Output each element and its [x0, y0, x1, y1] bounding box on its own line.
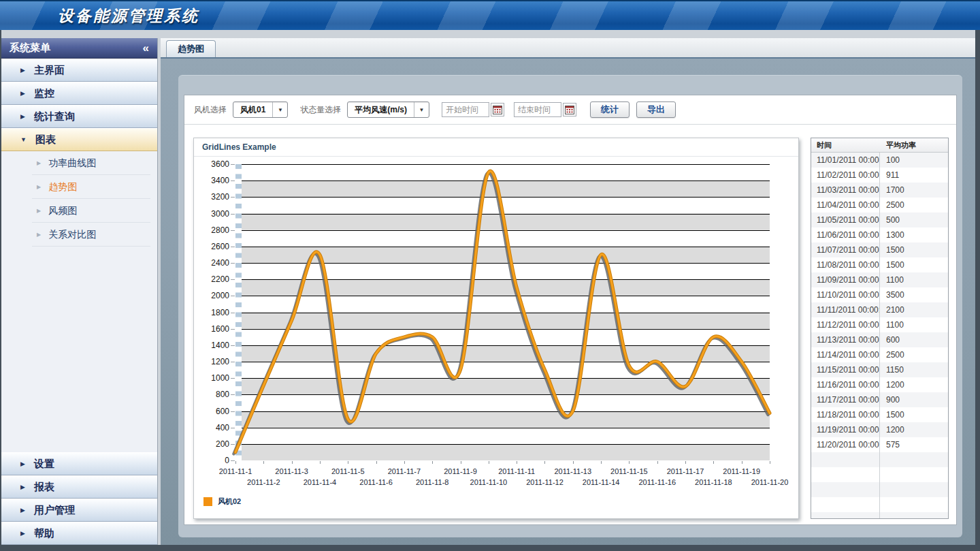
sidebar: 系统菜单 主界面 监控 统计查询 图表 [1, 38, 158, 545]
end-time-input[interactable] [514, 102, 561, 117]
workspace: 系统菜单 主界面 监控 统计查询 图表 [1, 30, 975, 545]
sidebar-item-charts[interactable]: 图表 [1, 128, 157, 151]
svg-text:2011-11-9: 2011-11-9 [444, 467, 477, 475]
legend-swatch [203, 497, 212, 506]
cell-time: 11/13/2011 00:00:00 [811, 332, 879, 347]
sidebar-subitem-label: 风频图 [48, 205, 77, 217]
svg-text:2000: 2000 [211, 291, 229, 300]
cell-time: 11/05/2011 00:00:00 [811, 212, 879, 227]
calendar-icon[interactable] [491, 103, 504, 116]
sidebar-item-settings[interactable]: 设置 [1, 452, 157, 475]
state-select-label: 状态量选择 [300, 104, 341, 116]
cell-avg-power: 1150 [879, 362, 948, 377]
fan-select-value: 风机01 [233, 104, 272, 116]
sidebar-item-main[interactable]: 主界面 [1, 59, 157, 82]
sidebar-subitem-label: 功率曲线图 [48, 157, 96, 170]
sidebar-item-user-management[interactable]: 用户管理 [1, 499, 157, 522]
column-header-time[interactable]: 时间 [811, 140, 879, 151]
sidebar-item-label: 主界面 [34, 64, 65, 77]
app-window: 设备能源管理系统 系统菜单 主界面 监控 统计查询 [0, 0, 980, 551]
svg-text:2011-11-10: 2011-11-10 [470, 478, 508, 486]
cell-avg-power: 1200 [879, 422, 948, 437]
app-header: 设备能源管理系统 [0, 0, 980, 30]
start-time-input[interactable] [442, 102, 489, 117]
svg-text:2011-11-19: 2011-11-19 [723, 467, 760, 475]
svg-text:2011-11-15: 2011-11-15 [610, 467, 648, 475]
cell-time: 11/19/2011 00:00:00 [811, 422, 879, 437]
svg-text:1600: 1600 [211, 324, 229, 334]
cell-time: 11/04/2011 00:00:00 [811, 198, 879, 212]
y-axis-strip [235, 164, 242, 460]
cell-avg-power: 2500 [879, 198, 948, 212]
chart-body: 0200400600800100012001400160018002000220… [194, 157, 798, 518]
sidebar-subitem-label: 趋势图 [48, 181, 77, 193]
state-select-value: 平均风速(m/s) [348, 104, 414, 116]
svg-text:2800: 2800 [211, 225, 229, 235]
cell-avg-power: 2100 [879, 302, 948, 317]
chevron-down-icon [272, 102, 287, 117]
cell-avg-power: 911 [879, 168, 948, 183]
app-title: 设备能源管理系统 [58, 5, 199, 27]
window-frame: 系统菜单 主界面 监控 统计查询 图表 [0, 30, 980, 551]
cell-avg-power: 575 [879, 437, 948, 452]
svg-text:2011-11-17: 2011-11-17 [667, 467, 704, 475]
sidebar-item-reports[interactable]: 报表 [1, 475, 157, 499]
cell-time: 11/09/2011 00:00:00 [811, 272, 879, 287]
cell-avg-power: 500 [879, 212, 948, 227]
statistics-button[interactable]: 统计 [590, 101, 630, 118]
cell-avg-power: 1500 [879, 242, 948, 257]
sidebar-item-help[interactable]: 帮助 [1, 522, 157, 545]
sidebar-subitem-wind-frequency[interactable]: 风频图 [1, 199, 157, 223]
sidebar-subitem-trend-chart[interactable]: 趋势图 [1, 175, 157, 199]
export-button[interactable]: 导出 [636, 101, 676, 118]
sidebar-subitem-power-curve[interactable]: 功率曲线图 [1, 151, 157, 175]
cell-avg-power: 1200 [879, 377, 948, 392]
svg-text:2011-11-7: 2011-11-7 [388, 467, 421, 475]
tab-trend-chart[interactable]: 趋势图 [166, 40, 216, 57]
cell-time: 11/16/2011 00:00:00 [811, 377, 879, 392]
y-axis-labels: 0200400600800100012001400160018002000220… [211, 159, 235, 465]
svg-text:800: 800 [216, 390, 229, 399]
cell-time: 11/14/2011 00:00:00 [811, 347, 879, 362]
sidebar-subitem-label: 关系对比图 [48, 229, 96, 241]
svg-text:2011-11-8: 2011-11-8 [416, 478, 449, 486]
svg-text:3200: 3200 [211, 192, 229, 202]
cell-time: 11/10/2011 00:00:00 [811, 287, 879, 302]
cell-avg-power: 1500 [879, 407, 948, 422]
sidebar-header: 系统菜单 [1, 38, 157, 59]
cell-time: 11/17/2011 00:00:00 [811, 392, 879, 407]
chevron-right-icon [37, 232, 41, 238]
main-area: 趋势图 风机选择 风机01 状态量选择 [161, 38, 975, 545]
collapse-sidebar-button[interactable] [143, 42, 149, 54]
svg-text:0: 0 [225, 456, 229, 465]
chevron-right-icon [20, 113, 25, 120]
sidebar-item-stat-query[interactable]: 统计查询 [1, 105, 157, 128]
gridlines [242, 165, 770, 445]
white-panel: 风机选择 风机01 状态量选择 平均风速(m/s) [184, 95, 957, 525]
table-header-row: 时间 平均功率 [811, 138, 948, 153]
svg-text:3000: 3000 [211, 209, 229, 219]
sidebar-item-label: 用户管理 [34, 504, 75, 517]
fan-select-dropdown[interactable]: 风机01 [233, 101, 288, 118]
chevron-right-icon [20, 67, 25, 74]
cell-avg-power: 900 [879, 392, 948, 407]
chart-legend: 风机02 [203, 497, 241, 507]
svg-text:2011-11-12: 2011-11-12 [526, 478, 564, 486]
content-area: 风机选择 风机01 状态量选择 平均风速(m/s) [161, 59, 975, 545]
calendar-icon[interactable] [563, 103, 576, 116]
chevron-right-icon [37, 184, 41, 190]
svg-text:2011-11-5: 2011-11-5 [331, 467, 365, 475]
column-header-avg-power[interactable]: 平均功率 [879, 140, 948, 151]
svg-text:2011-11-3: 2011-11-3 [275, 467, 308, 475]
sidebar-item-label: 报表 [34, 481, 54, 494]
sidebar-title: 系统菜单 [10, 42, 50, 54]
cell-time: 11/01/2011 00:00:00 [811, 153, 879, 168]
sidebar-item-monitor[interactable]: 监控 [1, 82, 157, 105]
chevron-right-icon [20, 484, 25, 490]
cell-time: 11/18/2011 00:00:00 [811, 407, 879, 422]
state-select-dropdown[interactable]: 平均风速(m/s) [347, 101, 429, 118]
sidebar-subitem-relation-compare[interactable]: 关系对比图 [1, 223, 157, 247]
svg-text:400: 400 [216, 423, 229, 432]
svg-text:3400: 3400 [211, 176, 229, 185]
svg-text:2011-11-6: 2011-11-6 [359, 478, 393, 486]
